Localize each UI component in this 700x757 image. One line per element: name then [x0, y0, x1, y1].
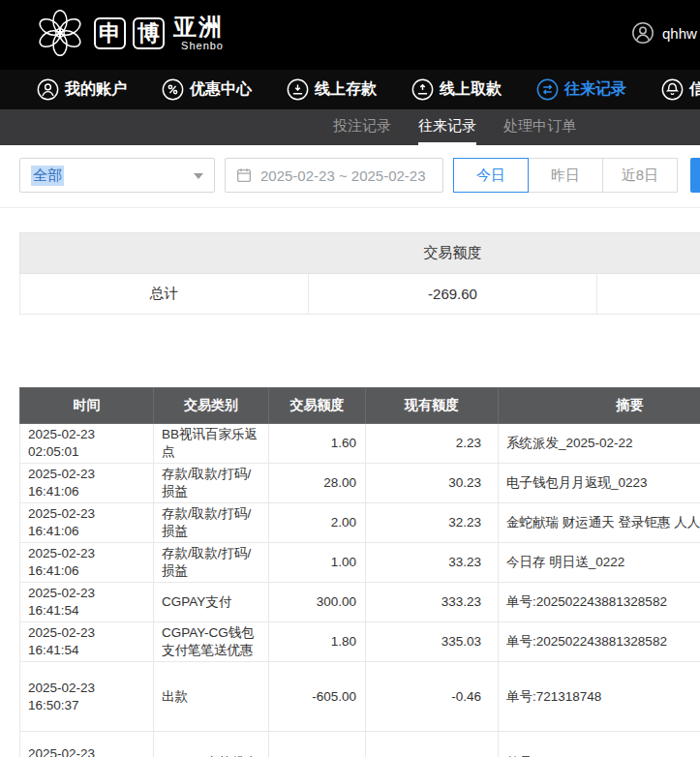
cell-amount: 1.60 — [269, 424, 366, 464]
cell-time: 2025-02-23 16:41:06 — [20, 503, 154, 543]
nav-item-label: 我的账户 — [65, 79, 127, 100]
nav-item-label: 信 — [689, 79, 700, 100]
brand-region: 亚洲 — [173, 14, 224, 40]
cell-amount: 1.80 — [269, 622, 366, 662]
withdraw-icon — [411, 78, 434, 101]
column-header: 时间 — [20, 388, 154, 424]
cell-type: CGPAY出款优惠 — [154, 732, 269, 757]
page: 申 博 亚洲 Shenbo qhhw 我的账户优惠中心线上存款线上取款往来记录信… — [0, 0, 700, 757]
nav-item-transaction-records[interactable]: 往来记录 — [536, 78, 626, 101]
brand-char-shen: 申 — [94, 17, 126, 49]
records-icon — [536, 78, 559, 101]
cell-amount: -605.00 — [269, 662, 366, 732]
table-row: 2025-02-23 16:50:37CGPAY出款优惠1.000.53单号:7… — [20, 732, 700, 757]
summary-empty-cell — [597, 274, 700, 315]
table-row: 2025-02-23 16:50:37出款-605.00-0.46单号:7213… — [20, 662, 700, 732]
avatar-icon — [631, 21, 654, 45]
cell-balance: 2.23 — [366, 424, 499, 464]
cell-balance: 32.23 — [366, 503, 499, 543]
summary-header: 交易额度 — [20, 233, 700, 274]
cell-amount: 28.00 — [269, 464, 366, 503]
top-header: 申 博 亚洲 Shenbo qhhw — [0, 0, 700, 70]
discount-icon — [162, 78, 184, 101]
nav-item-label: 往来记录 — [564, 79, 626, 100]
type-dropdown-value: 全部 — [31, 166, 64, 186]
quick-button-yesterday[interactable]: 昨日 — [528, 158, 603, 193]
column-header: 交易类别 — [154, 388, 269, 424]
cell-memo: 系统派发_2025-02-22 — [499, 424, 700, 464]
cell-type: 存款/取款/打码/损益 — [154, 503, 269, 543]
quick-button-last-8-days[interactable]: 近8日 — [602, 158, 678, 193]
records-tbody: 2025-02-23 02:05:01BB视讯百家乐返点1.602.23系统派发… — [20, 424, 700, 757]
cell-memo: 单号:721318748 — [499, 732, 700, 757]
nav-item-label: 线上存款 — [315, 79, 377, 100]
cell-time: 2025-02-23 16:41:54 — [20, 622, 154, 662]
type-dropdown[interactable]: 全部 — [19, 158, 215, 193]
flower-logo-icon — [33, 6, 87, 60]
cell-amount: 1.00 — [269, 732, 366, 757]
summary-table: 交易额度 总计 -269.60 — [19, 232, 700, 315]
brand-char-bo: 博 — [133, 17, 165, 49]
cell-time: 2025-02-23 16:41:06 — [20, 543, 154, 583]
cell-time: 2025-02-23 16:50:37 — [20, 662, 154, 732]
cell-amount: 2.00 — [269, 503, 366, 543]
subtab-pending-orders[interactable]: 处理中订单 — [503, 109, 576, 145]
nav-item-online-withdraw[interactable]: 线上取款 — [411, 78, 502, 101]
cell-type: CGPAY-CG钱包支付笔笔送优惠 — [154, 622, 269, 662]
brand-text: 亚洲 Shenbo — [173, 14, 224, 52]
table-row: 2025-02-23 16:41:06存款/取款/打码/损益28.0030.23… — [20, 464, 700, 503]
cell-memo: 电子钱包月月返现_0223 — [499, 464, 700, 503]
cell-type: 存款/取款/打码/损益 — [154, 464, 269, 503]
date-range-input[interactable]: 2025-02-23 ~ 2025-02-23 — [225, 158, 443, 193]
cell-time: 2025-02-23 02:05:01 — [20, 424, 154, 464]
nav-item-promo-center[interactable]: 优惠中心 — [162, 78, 252, 101]
filter-bar: 全部 2025-02-23 ~ 2025-02-23 今日昨日近8日 — [0, 145, 700, 208]
cell-balance: -0.46 — [366, 662, 499, 732]
nav-item-label: 优惠中心 — [190, 79, 252, 100]
nav-item-online-deposit[interactable]: 线上存款 — [287, 78, 377, 101]
records-header-row: 时间交易类别交易额度现有额度摘要 — [20, 388, 700, 424]
cell-amount: 1.00 — [269, 543, 366, 583]
cell-time: 2025-02-23 16:50:37 — [20, 732, 154, 757]
cell-type: CGPAY支付 — [154, 583, 269, 622]
main-nav: 我的账户优惠中心线上存款线上取款往来记录信 — [0, 70, 700, 109]
user-icon — [37, 78, 59, 101]
table-row: 2025-02-23 02:05:01BB视讯百家乐返点1.602.23系统派发… — [20, 424, 700, 464]
summary-total-row: 总计 -269.60 — [20, 274, 700, 315]
chevron-down-icon — [194, 173, 203, 179]
bell-icon — [661, 78, 684, 101]
username: qhhw — [662, 25, 697, 42]
quick-button-today[interactable]: 今日 — [453, 158, 529, 193]
cell-amount: 300.00 — [269, 583, 366, 622]
cell-balance: 333.23 — [366, 583, 499, 622]
cell-balance: 30.23 — [366, 464, 499, 503]
cell-time: 2025-02-23 16:41:06 — [20, 464, 154, 503]
cell-balance: 335.03 — [366, 622, 499, 662]
cell-type: 出款 — [154, 662, 269, 732]
nav-item-my-account[interactable]: 我的账户 — [37, 78, 127, 101]
calendar-icon — [236, 167, 252, 183]
account-area[interactable]: qhhw — [631, 21, 697, 45]
cell-balance: 0.53 — [366, 732, 499, 757]
brand-subtitle: Shenbo — [181, 40, 224, 52]
cell-memo: 单号:202502243881328582 — [499, 622, 700, 662]
summary-total-value: -269.60 — [309, 274, 597, 315]
query-button-clipped[interactable] — [690, 158, 700, 193]
column-header: 摘要 — [499, 388, 700, 424]
quick-range-buttons: 今日昨日近8日 — [453, 158, 678, 207]
brand-logo[interactable]: 申 博 亚洲 Shenbo — [33, 6, 224, 60]
cell-memo: 单号:202502243881328582 — [499, 583, 700, 622]
nav-item-messages[interactable]: 信 — [661, 78, 700, 101]
date-range-value: 2025-02-23 ~ 2025-02-23 — [260, 167, 426, 184]
cell-type: BB视讯百家乐返点 — [154, 424, 269, 464]
subtab-transaction-records[interactable]: 往来记录 — [418, 109, 476, 145]
subtab-bet-records[interactable]: 投注记录 — [333, 109, 391, 145]
cell-memo: 金蛇献瑞 财运通天 登录钜惠 人人皆 — [499, 503, 700, 543]
column-header: 交易额度 — [269, 388, 366, 424]
cell-memo: 今日存 明日送_0222 — [499, 543, 700, 583]
table-row: 2025-02-23 16:41:06存款/取款/打码/损益1.0033.23今… — [20, 543, 700, 583]
cell-type: 存款/取款/打码/损益 — [154, 543, 269, 583]
cell-balance: 33.23 — [366, 543, 499, 583]
table-row: 2025-02-23 16:41:06存款/取款/打码/损益2.0032.23金… — [20, 503, 700, 543]
table-row: 2025-02-23 16:41:54CGPAY支付300.00333.23单号… — [20, 583, 700, 622]
